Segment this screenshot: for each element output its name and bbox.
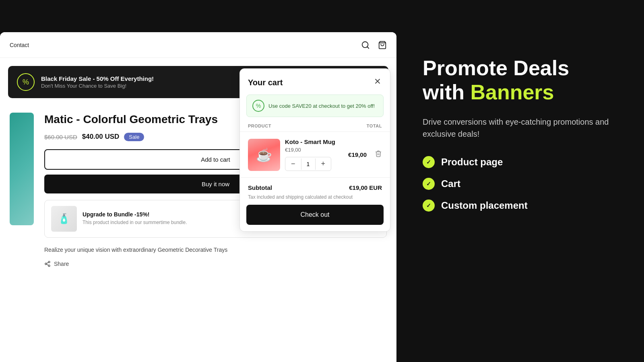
subtotal-value: €19,00 EUR — [349, 184, 382, 191]
headline-highlight: Banners — [470, 80, 554, 104]
cart-subtotal: Subtotal €19,00 EUR — [240, 177, 390, 194]
total-col-label: TOTAL — [367, 123, 382, 128]
svg-line-7 — [47, 264, 49, 265]
promo-banner: % Use code SAVE20 at checkout to get 20%… — [246, 95, 384, 117]
cart-button[interactable] — [378, 41, 387, 49]
svg-point-6 — [48, 265, 50, 266]
marketing-description: Drive conversions with eye-catching prom… — [423, 116, 624, 140]
cart-item: ☕ Koto - Smart Mug €19,00 − 1 + €19,00 — [240, 132, 390, 177]
cart-icon — [378, 41, 387, 49]
navbar: Contact — [0, 32, 396, 58]
product-description: Realize your unique vision with extraord… — [44, 246, 387, 254]
quantity-decrease-button[interactable]: − — [285, 157, 301, 171]
feature-item-cart: ✓ Cart — [423, 178, 624, 190]
mug-visual: ☕ — [248, 139, 280, 171]
cart-title: Your cart — [248, 78, 283, 87]
cart-item-delete-button[interactable] — [375, 150, 382, 159]
feature-item-custom: ✓ Custom placement — [423, 200, 624, 212]
navbar-icons — [361, 41, 387, 49]
navbar-left: Contact — [10, 42, 29, 48]
product-image — [10, 113, 34, 225]
original-price: $60.00 USD — [44, 134, 77, 140]
svg-line-8 — [47, 262, 49, 263]
quantity-control: − 1 + — [285, 157, 331, 171]
product-col-label: PRODUCT — [248, 123, 271, 128]
cart-item-price-sub: €19,00 — [285, 147, 343, 153]
headline-part2: with — [423, 80, 470, 104]
search-button[interactable] — [361, 41, 370, 49]
check-icon-cart: ✓ — [423, 178, 435, 190]
bundle-cosmetics-visual: 🧴 — [51, 206, 77, 232]
svg-point-5 — [45, 263, 47, 265]
headline-part1: Promote Deals — [423, 56, 569, 80]
feature-list: ✓ Product page ✓ Cart ✓ Custom placement — [423, 156, 624, 212]
cart-tax-note: Tax included and shipping calculated at … — [240, 194, 390, 205]
feature-label-product: Product page — [441, 156, 503, 168]
share-icon — [44, 261, 51, 267]
cart-header: Your cart — [240, 69, 390, 95]
current-price: $40.00 USD — [82, 133, 120, 141]
share-row[interactable]: Share — [44, 261, 387, 267]
nav-contact[interactable]: Contact — [10, 42, 29, 48]
check-icon-product: ✓ — [423, 156, 435, 168]
cart-item-image: ☕ — [248, 139, 280, 171]
feature-label-custom: Custom placement — [441, 200, 528, 211]
cart-item-total: €19,00 — [348, 151, 367, 158]
marketing-headline: Promote Deals with Banners — [423, 56, 624, 105]
svg-point-4 — [48, 261, 50, 263]
search-icon — [361, 41, 370, 49]
feature-item-product-page: ✓ Product page — [423, 156, 624, 168]
quantity-increase-button[interactable]: + — [316, 157, 331, 171]
marketing-panel: Promote Deals with Banners Drive convers… — [402, 32, 644, 362]
share-label: Share — [54, 261, 69, 267]
cart-panel: Your cart % Use code SAVE20 at checkout … — [239, 68, 390, 232]
sale-badge: Sale — [124, 133, 144, 141]
promo-text: Use code SAVE20 at checkout to get 20% o… — [268, 103, 375, 109]
svg-line-2 — [367, 47, 369, 48]
cart-item-name: Koto - Smart Mug — [285, 138, 343, 145]
trash-icon — [375, 150, 382, 157]
subtotal-label: Subtotal — [248, 184, 272, 191]
cart-item-details: Koto - Smart Mug €19,00 − 1 + — [285, 138, 343, 171]
checkout-button[interactable]: Check out — [246, 205, 384, 225]
promo-icon: % — [252, 100, 264, 112]
cart-items-header: PRODUCT TOTAL — [240, 123, 390, 132]
check-icon-custom: ✓ — [423, 200, 435, 212]
cart-close-button[interactable] — [373, 77, 382, 88]
product-image-col — [10, 113, 38, 267]
quantity-value: 1 — [301, 158, 316, 170]
feature-label-cart: Cart — [441, 178, 460, 189]
bundle-image: 🧴 — [51, 206, 77, 232]
close-icon — [373, 77, 382, 86]
bf-percent-icon: % — [17, 73, 35, 91]
